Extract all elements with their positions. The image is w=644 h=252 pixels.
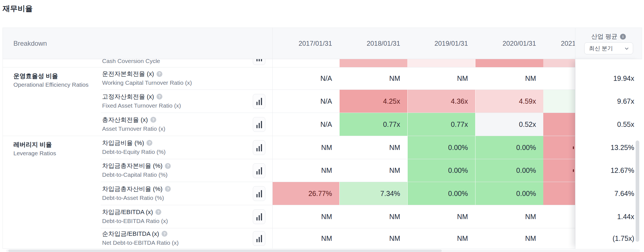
ratio-label-ko: 운전자본회전율 (x)? (102, 69, 247, 78)
ratio-label-ko: 차입금총자본비율 (%)? (102, 161, 247, 170)
row-divider (101, 228, 642, 228)
chart-button[interactable] (253, 163, 265, 178)
ratio-label-en: Fixed Asset Turnover Ratio (x) (102, 101, 247, 110)
ratio-value: NM (272, 144, 332, 152)
ratio-value: NM (407, 74, 468, 83)
ratio-value: 0.00% (407, 144, 468, 152)
help-icon[interactable]: ? (155, 209, 161, 215)
help-icon[interactable]: ? (150, 117, 156, 123)
bar-chart-icon (259, 237, 260, 242)
ratio-label-en: Net Debt-to-EBITDA Ratio (x) (102, 238, 247, 247)
partial-column-cell (543, 59, 575, 67)
bar-chart-icon (259, 146, 260, 151)
industry-period-dropdown[interactable]: 최신 분기 (584, 42, 633, 54)
industry-average-value: 13.25% (575, 144, 634, 152)
ratio-value: NM (339, 74, 400, 83)
ratio-label-en: Cash Coversion Cycle (102, 59, 160, 66)
ratio-label-ko: 순차입금/EBITDA (x)? (102, 229, 247, 238)
chart-button[interactable] (253, 231, 265, 246)
row-divider (101, 182, 642, 182)
ratio-label-ko: 차입금총자산비율 (%)? (102, 185, 247, 193)
bar-chart-icon (259, 192, 260, 197)
table-row: NMNM0.00%0.00%차입금총자본비율 (%)?Debt-to-Capit… (3, 159, 642, 182)
dropdown-selected-value: 최신 분기 (589, 45, 613, 52)
chart-button[interactable] (253, 117, 265, 132)
industry-average-value: 12.67% (575, 166, 634, 175)
ratio-value: NM (272, 213, 332, 221)
chart-button[interactable] (253, 59, 265, 65)
column-header-breakdown: Breakdown (13, 40, 47, 47)
partial-column-cell (543, 159, 575, 182)
table-row: N/A0.77x0.77x0.52x총자산회전율 (x)?Asset Turno… (3, 113, 642, 136)
vertical-scrollbar-thumb[interactable] (636, 140, 639, 242)
ratio-value: NM (475, 213, 536, 221)
ratio-value: NM (339, 166, 400, 175)
industry-header: 산업 평균 i 최신 분기 (575, 28, 642, 59)
industry-average-value: (1.75x) (575, 234, 634, 243)
partial-column-cell (543, 182, 575, 205)
breakdown-column-divider (272, 28, 273, 248)
ratio-label-en: Debt-to-Capital Ratio (%) (102, 170, 247, 179)
table-row: 26.77%7.34%0.00%0.00%차입금총자산비율 (%)?Debt-t… (3, 182, 642, 205)
ratio-value: N/A (272, 97, 332, 105)
help-icon[interactable]: ? (165, 186, 171, 192)
help-icon[interactable]: ? (157, 71, 162, 77)
industry-average-value: 19.94x (575, 74, 634, 83)
table-row: NMNM0.00%0.00%차입금비율 (%)?Debt-to-Equity R… (3, 136, 642, 159)
industry-average-label: 산업 평균 (591, 32, 617, 41)
ratio-label-en: Debt-to-EBITDA Ratio (x) (102, 217, 247, 226)
row-divider (3, 136, 642, 136)
ratio-label-en: Asset Turnover Ratio (x) (102, 124, 247, 133)
help-icon[interactable]: ? (165, 163, 171, 169)
row-divider (101, 89, 642, 90)
help-icon[interactable]: ? (157, 94, 162, 100)
partial-column-cell (543, 113, 575, 136)
ratio-value: NM (475, 234, 536, 243)
ratio-label: 운전자본회전율 (x)?Working Capital Turnover Rat… (102, 69, 247, 87)
column-header-date: 2018/01/31 (339, 40, 400, 47)
bar-chart-icon (259, 215, 260, 220)
column-header-date: 2020/01/31 (475, 40, 536, 47)
ratios-table: Breakdown 2017/01/312018/01/312019/01/31… (3, 28, 642, 249)
chart-button[interactable] (253, 140, 265, 155)
help-icon[interactable]: ? (162, 231, 167, 237)
ratio-value: NM (339, 213, 400, 221)
bar-chart-icon (261, 213, 262, 220)
bar-chart-icon (256, 194, 258, 197)
row-divider (3, 67, 642, 67)
ratio-value: NM (475, 74, 536, 83)
column-header-date: 2019/01/31 (407, 40, 468, 47)
table-row: NMNMNMNM차입금/EBITDA (x)?Debt-to-EBITDA Ra… (3, 205, 642, 228)
industry-average-value: 1.44x (575, 213, 634, 221)
chart-button[interactable] (253, 209, 265, 224)
bar-chart-icon (256, 148, 258, 151)
bar-chart-icon (259, 123, 260, 128)
ratio-value: 0.52x (475, 120, 536, 129)
ratio-label: 총자산회전율 (x)?Asset Turnover Ratio (x) (102, 115, 247, 133)
industry-average-value: 7.64% (575, 190, 634, 198)
ratio-label-en: Debt-to-Asset Ratio (%) (102, 193, 247, 202)
bar-chart-icon (256, 171, 258, 175)
chart-button[interactable] (253, 94, 265, 109)
ratio-label: 차입금/EBITDA (x)?Debt-to-EBITDA Ratio (x) (102, 208, 247, 226)
table-header-row: Breakdown 2017/01/312018/01/312019/01/31… (3, 28, 642, 59)
clipped-value-fragment (573, 169, 574, 172)
chart-button[interactable] (253, 186, 265, 201)
ratio-value: NM (339, 144, 400, 152)
ratio-label-ko: 고정자산회전율 (x)? (102, 92, 247, 101)
bar-chart-icon (261, 144, 262, 151)
clipped-value-fragment (573, 146, 574, 149)
help-icon[interactable]: ? (146, 140, 152, 146)
ratio-value: 0.00% (475, 190, 536, 198)
ratio-value: 0.00% (475, 144, 536, 152)
ratio-value: 7.34% (339, 190, 400, 198)
ratio-value: NM (339, 234, 400, 243)
ratio-value: NM (407, 234, 468, 243)
horizontal-scrollbar-thumb[interactable] (8, 249, 442, 252)
industry-average-value: 9.67x (575, 97, 634, 105)
ratio-label: 차입금총자산비율 (%)?Debt-to-Asset Ratio (%) (102, 185, 247, 202)
ratio-value: 4.36x (407, 97, 468, 105)
ratio-value: N/A (272, 120, 332, 129)
info-icon[interactable]: i (620, 34, 626, 40)
table-row: N/ANMNMNM운전자본회전율 (x)?Working Capital Tur… (3, 67, 642, 90)
